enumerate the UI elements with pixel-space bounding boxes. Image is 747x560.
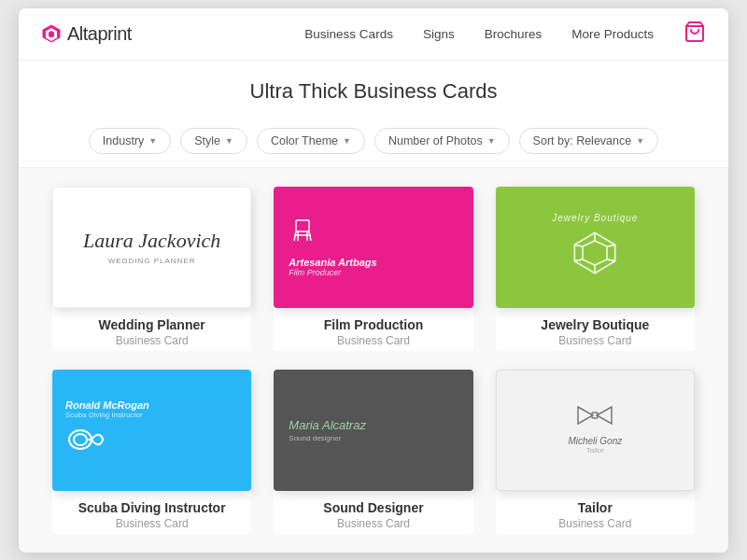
page-title: Ultra Thick Business Cards	[19, 79, 728, 104]
chair-icon	[289, 217, 317, 251]
card-preview-tailor: Micheli Gonz Tailor	[496, 370, 695, 491]
nav-brochures[interactable]: Brochures	[485, 27, 543, 41]
mask-icon	[65, 425, 238, 461]
svg-line-17	[575, 245, 584, 246]
svg-marker-21	[578, 407, 593, 424]
card-name-label: Film Production	[274, 317, 472, 332]
tailor-name-text: Micheli Gonz	[568, 436, 622, 446]
card-grid: Laura Jackovich Wedding Planner Wedding …	[19, 168, 728, 553]
card-type-label: Business Card	[274, 334, 472, 347]
card-info-wedding: Wedding Planner Business Card	[52, 308, 251, 351]
filter-style[interactable]: Style ▼	[180, 128, 247, 154]
diamond-icon	[571, 229, 619, 277]
logo-text: Altaprint	[67, 23, 132, 45]
svg-marker-22	[597, 407, 612, 424]
scuba-name-text: Ronald McRogan	[65, 399, 238, 411]
card-type-label: Business Card	[496, 517, 695, 530]
film-title-text: Artesania Artbags	[289, 257, 376, 268]
card-info-jewelry: Jewelry Boutique Business Card	[496, 308, 695, 351]
nav-links: Business Cards Signs Brochures More Prod…	[304, 27, 654, 41]
card-type-label: Business Card	[496, 334, 695, 347]
logo-icon	[41, 23, 62, 44]
card-name-label: Jewelry Boutique	[496, 317, 695, 332]
card-preview-jewelry: Jewelry Boutique	[496, 187, 695, 308]
cart-icon[interactable]	[684, 21, 706, 48]
chevron-down-icon: ▼	[636, 136, 644, 146]
sound-sub-text: Sound designer	[289, 434, 458, 442]
scuba-title-text: Scuba Diving Instructor	[65, 411, 238, 419]
card-type-label: Business Card	[52, 334, 251, 347]
nav-signs[interactable]: Signs	[423, 27, 455, 41]
jewelry-title-text: Jewelry Boutique	[552, 213, 638, 223]
svg-line-5	[294, 231, 296, 241]
logo[interactable]: Altaprint	[41, 23, 132, 45]
card-info-scuba: Scuba Diving Instructor Business Card	[52, 491, 251, 534]
card-type-label: Business Card	[52, 517, 251, 530]
filter-color-theme[interactable]: Color Theme ▼	[257, 128, 365, 154]
svg-line-14	[607, 259, 615, 261]
nav-business-cards[interactable]: Business Cards	[304, 27, 393, 41]
filter-photos[interactable]: Number of Photos ▼	[374, 128, 510, 154]
card-preview-scuba: Ronald McRogan Scuba Diving Instructor	[52, 370, 251, 491]
svg-point-19	[74, 434, 87, 445]
filter-industry[interactable]: Industry ▼	[89, 128, 171, 154]
card-jewelry-boutique[interactable]: Jewelry Boutique Jewelry Boutique B	[496, 187, 695, 351]
card-wedding-planner[interactable]: Laura Jackovich Wedding Planner Wedding …	[52, 187, 251, 351]
card-name-label: Scuba Diving Instructor	[52, 500, 251, 515]
tailor-sub-text: Tailor	[568, 446, 622, 455]
card-preview-film: Artesania Artbags Film Producer	[274, 187, 472, 308]
card-name-label: Sound Designer	[274, 500, 472, 515]
navbar: Altaprint Business Cards Signs Brochures…	[19, 8, 728, 61]
filter-sort[interactable]: Sort by: Relevance ▼	[519, 128, 659, 154]
svg-line-6	[309, 231, 311, 241]
card-type-label: Business Card	[274, 517, 472, 530]
wedding-sub-text: Wedding Planner	[83, 257, 220, 265]
chevron-down-icon: ▼	[343, 136, 351, 146]
page-title-section: Ultra Thick Business Cards	[19, 61, 728, 119]
card-tailor[interactable]: Micheli Gonz Tailor Tailor Business Card	[496, 370, 695, 534]
card-info-tailor: Tailor Business Card	[496, 491, 695, 534]
nav-more-products[interactable]: More Products	[571, 27, 654, 41]
card-sound-designer[interactable]: Maria Alcatraz Sound designer Sound Desi…	[274, 370, 472, 534]
card-film-production[interactable]: Artesania Artbags Film Producer Film Pro…	[274, 187, 472, 351]
svg-line-13	[607, 245, 615, 246]
wedding-name-text: Laura Jackovich	[83, 229, 220, 253]
svg-line-16	[575, 259, 584, 261]
card-name-label: Wedding Planner	[52, 317, 251, 332]
card-scuba-diving[interactable]: Ronald McRogan Scuba Diving Instructor S…	[52, 370, 251, 534]
browser-window: Altaprint Business Cards Signs Brochures…	[19, 8, 728, 553]
card-info-sound: Sound Designer Business Card	[274, 491, 472, 534]
svg-marker-2	[49, 31, 54, 38]
card-info-film: Film Production Business Card	[274, 308, 472, 351]
card-preview-sound: Maria Alcatraz Sound designer	[274, 370, 472, 491]
card-preview-wedding: Laura Jackovich Wedding Planner	[52, 187, 251, 308]
svg-rect-4	[296, 220, 309, 231]
chevron-down-icon: ▼	[148, 136, 157, 146]
bow-tie-icon	[568, 405, 622, 430]
chevron-down-icon: ▼	[225, 136, 233, 146]
sound-name-text: Maria Alcatraz	[289, 418, 458, 432]
film-sub-text: Film Producer	[289, 268, 341, 277]
filters-bar: Industry ▼ Style ▼ Color Theme ▼ Number …	[19, 119, 728, 168]
svg-marker-11	[583, 241, 607, 265]
chevron-down-icon: ▼	[487, 136, 496, 146]
card-name-label: Tailor	[496, 500, 695, 515]
